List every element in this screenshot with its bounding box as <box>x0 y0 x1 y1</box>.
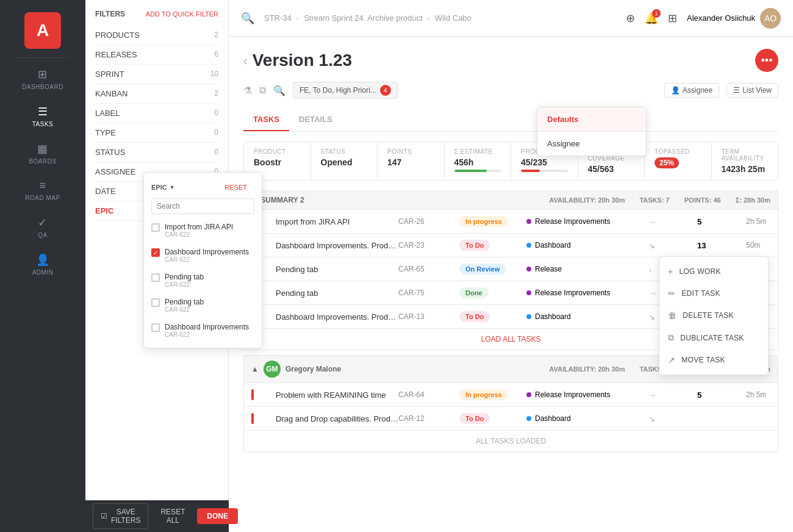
context-icon-0: + <box>668 267 673 276</box>
task-title: Problem with REAMINING time <box>276 390 398 400</box>
group2-collapse-btn[interactable]: ▲ <box>251 365 259 373</box>
task-epic: Dashboard <box>526 414 648 423</box>
group1-tasks: TASKS: 7 <box>639 196 669 204</box>
active-filter-tag[interactable]: FE, To Do, High Priori... 4 <box>293 82 398 99</box>
add-icon[interactable]: ⊕ <box>626 12 635 25</box>
sidebar-item-label: Dashboard <box>22 84 63 90</box>
breadcrumb-str34[interactable]: STR-34 <box>264 13 292 23</box>
task-points: 5 <box>697 217 746 226</box>
user-profile[interactable]: Alexander Osiichuk AO <box>687 8 781 29</box>
filter-item-status[interactable]: STATUS0 <box>95 143 218 162</box>
filter-item-type[interactable]: TYPE0 <box>95 123 218 143</box>
assignee-view-btn[interactable]: 👤 Assignee <box>664 83 719 98</box>
defaults-option[interactable]: Defaults <box>537 107 646 131</box>
tab-details[interactable]: DETAILS <box>289 109 342 131</box>
stat-product-label: PRODUCT <box>254 148 301 155</box>
stat-estimate-label: Σ ESTIMATE <box>454 148 501 155</box>
notification-icon[interactable]: 🔔 1 <box>645 12 658 25</box>
breadcrumb-stream[interactable]: Stream Sprint 24. Archive product <box>304 13 422 23</box>
sidebar-item-tasks[interactable]: ☰ Tasks <box>0 98 85 135</box>
task-arrow: → <box>648 390 697 400</box>
context-menu-list: +LOG WORK✏EDIT TASK🗑DELETE TASK⧉DUBLICAT… <box>659 261 768 371</box>
epic-option-0[interactable]: Import from JIRA API CAR-622 <box>144 218 262 243</box>
filter-bar: ⚗ ⧉ 🔍 FE, To Do, High Priori... 4 👤 Assi… <box>243 82 778 99</box>
stat-team-value: 1423h 25m <box>722 164 769 174</box>
task-epic: Release Improvements <box>526 217 648 226</box>
sidebar-item-boards[interactable]: ▦ Boards <box>0 135 85 172</box>
search-filter-icon[interactable]: 🔍 <box>273 85 285 96</box>
sidebar-item-label: Boards <box>29 158 56 165</box>
stat-points-label: POINTS <box>387 148 434 155</box>
group1-availability: AVAILABILITY: 20h 30m <box>549 196 625 204</box>
context-item-0[interactable]: +LOG WORK <box>659 261 768 282</box>
filter-item-products[interactable]: PRODUCTS2 <box>95 26 218 45</box>
sidebar-item-qa[interactable]: ✓ QA <box>0 209 85 246</box>
filter-item-kanban[interactable]: KANBAN2 <box>95 84 218 104</box>
filter-item-sprint[interactable]: SPRINT10 <box>95 65 218 84</box>
table-row[interactable]: Dashboard Improvements. Product page, Ka… <box>243 234 778 257</box>
epic-option-2[interactable]: Pending tab CAR-622 <box>144 268 262 293</box>
sidebar-item-dashboard[interactable]: ⊞ Dashboard <box>0 60 85 98</box>
task-title: Import from JIRA API <box>276 217 398 226</box>
task-status: To Do <box>459 240 526 251</box>
sidebar-item-label: Tasks <box>32 121 54 128</box>
group2-availability: AVAILABILITY: 20h 30m <box>549 365 625 373</box>
task-points: 5 <box>697 390 746 400</box>
tab-tasks[interactable]: TASKS <box>243 109 289 131</box>
filter-item-releases[interactable]: RELEASES6 <box>95 45 218 65</box>
priority-indicator <box>251 413 276 424</box>
epic-dot <box>526 290 531 295</box>
more-options-button[interactable]: ••• <box>755 49 778 72</box>
breadcrumb-wildcard[interactable]: Wild Cabo <box>435 13 472 23</box>
done-button[interactable]: DONE <box>197 508 238 524</box>
epic-option-4[interactable]: Dashboard Improvements CAR-622 <box>144 318 262 343</box>
sidebar-item-admin[interactable]: 👤 Admin <box>0 246 85 283</box>
tasks-icon: ☰ <box>38 105 48 118</box>
filter-actions-bar: ☑ SAVE FILTERS RESET ALL DONE <box>85 500 229 532</box>
task-key: CAR-23 <box>398 241 459 250</box>
sidebar-item-roadmap[interactable]: ≡ Road Map <box>0 172 85 209</box>
epic-dot <box>526 392 531 397</box>
search-icon[interactable]: 🔍 <box>241 12 254 25</box>
task-key: CAR-75 <box>398 289 459 297</box>
task-key: CAR-64 <box>398 390 459 399</box>
copy-icon[interactable]: ⧉ <box>259 85 266 96</box>
list-view-btn[interactable]: ☰ List View <box>727 83 778 98</box>
assignee-option[interactable]: Assignee <box>537 132 646 156</box>
epic-search-input[interactable] <box>151 198 254 214</box>
stat-status-value: Opened <box>321 157 368 167</box>
task-arrow: → <box>648 217 697 226</box>
context-item-4[interactable]: ↗MOVE TASK <box>659 349 768 371</box>
add-quick-filter-btn[interactable]: ADD TO QUICK FILTER <box>146 10 218 18</box>
task-status: To Do <box>459 413 526 424</box>
epic-dot <box>526 243 531 248</box>
task-title: Pending tab <box>276 265 398 274</box>
table-row[interactable]: Problem with REAMINING time CAR-64 In pr… <box>243 383 778 407</box>
table-row[interactable]: Drag and Drop capabilities. Product page… <box>243 407 778 431</box>
grid-icon[interactable]: ⊞ <box>668 12 677 25</box>
reset-all-button[interactable]: RESET ALL <box>153 504 192 528</box>
epic-option-1[interactable]: ✓ Dashboard Improvements CAR-622 <box>144 243 262 268</box>
group1-sigma: Σ: 28h 30m <box>736 196 770 204</box>
epic-option-3[interactable]: Pending tab CAR-622 <box>144 293 262 318</box>
table-row[interactable]: Import from JIRA API CAR-26 In progress … <box>243 210 778 234</box>
filter-count-badge: 4 <box>380 85 391 96</box>
assignee-label: Assignee <box>683 86 712 95</box>
stats-bar: PRODUCT Boostr STATUS Opened POINTS 147 … <box>243 142 778 181</box>
task-arrow: ↘ <box>648 414 697 423</box>
group2-name: Gregory Malone <box>285 365 341 373</box>
filter-funnel-icon[interactable]: ⚗ <box>243 85 252 96</box>
back-button[interactable]: ‹ <box>243 54 248 68</box>
context-icon-4: ↗ <box>668 355 675 365</box>
sidebar-item-label: QA <box>38 232 47 239</box>
save-filters-button[interactable]: ☑ SAVE FILTERS <box>93 503 148 529</box>
context-item-2[interactable]: 🗑DELETE TASK <box>659 304 768 326</box>
filter-item-label[interactable]: LABEL0 <box>95 104 218 123</box>
group1-points: POINTS: 46 <box>684 196 721 204</box>
epic-reset-btn[interactable]: RESET <box>217 181 254 193</box>
task-epic: Release Improvements <box>526 289 648 297</box>
filters-title: FILTERS <box>95 10 125 18</box>
save-checkbox-icon: ☑ <box>101 512 107 520</box>
context-item-3[interactable]: ⧉DUBLICATE TASK <box>659 326 768 349</box>
context-item-1[interactable]: ✏EDIT TASK <box>659 282 768 304</box>
